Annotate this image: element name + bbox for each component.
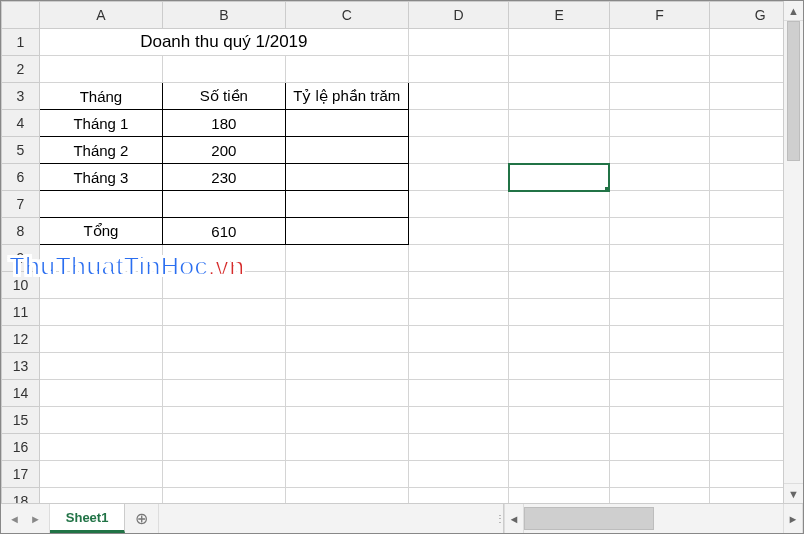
cell-E3[interactable] [509, 83, 610, 110]
cell-E8[interactable] [509, 218, 610, 245]
tab-nav-prev-icon[interactable]: ◄ [9, 513, 20, 525]
cell-D5[interactable] [408, 137, 509, 164]
cell-A4[interactable]: Tháng 1 [39, 110, 162, 137]
cell-A9[interactable] [39, 245, 162, 272]
cell-F13[interactable] [609, 353, 710, 380]
cell-F2[interactable] [609, 56, 710, 83]
cell-F12[interactable] [609, 326, 710, 353]
col-header-B[interactable]: B [162, 2, 285, 29]
row-header-7[interactable]: 7 [2, 191, 40, 218]
vertical-scrollbar[interactable]: ▲ ▼ [783, 1, 803, 503]
cell-D14[interactable] [408, 380, 509, 407]
cell-C9[interactable] [285, 245, 408, 272]
row-header-1[interactable]: 1 [2, 29, 40, 56]
cell-D12[interactable] [408, 326, 509, 353]
cell-F14[interactable] [609, 380, 710, 407]
row-header-17[interactable]: 17 [2, 461, 40, 488]
hscroll-thumb[interactable] [524, 507, 654, 530]
cell-A8[interactable]: Tổng [39, 218, 162, 245]
cell-B3[interactable]: Số tiền [162, 83, 285, 110]
cell-C2[interactable] [285, 56, 408, 83]
cell-A15[interactable] [39, 407, 162, 434]
cell-C8[interactable] [285, 218, 408, 245]
cell-C6[interactable] [285, 164, 408, 191]
cell-F4[interactable] [609, 110, 710, 137]
cell-C15[interactable] [285, 407, 408, 434]
cell-C11[interactable] [285, 299, 408, 326]
cell-C10[interactable] [285, 272, 408, 299]
cell-F18[interactable] [609, 488, 710, 504]
sheet-tab-active[interactable]: Sheet1 [50, 504, 126, 533]
cell-F11[interactable] [609, 299, 710, 326]
cell-B4[interactable]: 180 [162, 110, 285, 137]
cell-E5[interactable] [509, 137, 610, 164]
row-header-14[interactable]: 14 [2, 380, 40, 407]
worksheet-area[interactable]: A B C D E F G 1 Doanh thu quý 1/2019 2 3… [1, 1, 803, 503]
cell-E10[interactable] [509, 272, 610, 299]
cell-A6[interactable]: Tháng 3 [39, 164, 162, 191]
cell-D4[interactable] [408, 110, 509, 137]
cell-A2[interactable] [39, 56, 162, 83]
cell-C7[interactable] [285, 191, 408, 218]
row-header-16[interactable]: 16 [2, 434, 40, 461]
cell-B13[interactable] [162, 353, 285, 380]
cell-E6-selected[interactable] [509, 164, 610, 191]
cell-A12[interactable] [39, 326, 162, 353]
cell-F3[interactable] [609, 83, 710, 110]
cell-E11[interactable] [509, 299, 610, 326]
cell-F16[interactable] [609, 434, 710, 461]
cell-D6[interactable] [408, 164, 509, 191]
cell-C12[interactable] [285, 326, 408, 353]
cell-A7[interactable] [39, 191, 162, 218]
cell-C4[interactable] [285, 110, 408, 137]
cell-F7[interactable] [609, 191, 710, 218]
cell-F1[interactable] [609, 29, 710, 56]
scroll-down-button[interactable]: ▼ [784, 483, 803, 503]
cell-C5[interactable] [285, 137, 408, 164]
cell-B17[interactable] [162, 461, 285, 488]
row-header-10[interactable]: 10 [2, 272, 40, 299]
cell-D1[interactable] [408, 29, 509, 56]
cell-D15[interactable] [408, 407, 509, 434]
cell-E12[interactable] [509, 326, 610, 353]
cell-C13[interactable] [285, 353, 408, 380]
cell-A14[interactable] [39, 380, 162, 407]
row-header-11[interactable]: 11 [2, 299, 40, 326]
cell-B10[interactable] [162, 272, 285, 299]
cell-E7[interactable] [509, 191, 610, 218]
cell-A11[interactable] [39, 299, 162, 326]
cell-B8[interactable]: 610 [162, 218, 285, 245]
cell-C18[interactable] [285, 488, 408, 504]
scroll-left-button[interactable]: ◄ [504, 504, 524, 533]
vscroll-thumb[interactable] [787, 21, 800, 161]
cell-C16[interactable] [285, 434, 408, 461]
row-header-12[interactable]: 12 [2, 326, 40, 353]
cell-B16[interactable] [162, 434, 285, 461]
cell-F8[interactable] [609, 218, 710, 245]
vscroll-track[interactable] [784, 21, 803, 483]
cell-B9[interactable] [162, 245, 285, 272]
cell-D7[interactable] [408, 191, 509, 218]
col-header-C[interactable]: C [285, 2, 408, 29]
cell-C14[interactable] [285, 380, 408, 407]
cell-C3[interactable]: Tỷ lệ phần trăm [285, 83, 408, 110]
cell-F10[interactable] [609, 272, 710, 299]
row-header-4[interactable]: 4 [2, 110, 40, 137]
cell-D8[interactable] [408, 218, 509, 245]
cell-F5[interactable] [609, 137, 710, 164]
row-header-13[interactable]: 13 [2, 353, 40, 380]
cell-A18[interactable] [39, 488, 162, 504]
cell-D13[interactable] [408, 353, 509, 380]
cell-A5[interactable]: Tháng 2 [39, 137, 162, 164]
cell-E13[interactable] [509, 353, 610, 380]
cell-F15[interactable] [609, 407, 710, 434]
row-header-15[interactable]: 15 [2, 407, 40, 434]
scroll-up-button[interactable]: ▲ [784, 1, 803, 21]
row-header-9[interactable]: 9 [2, 245, 40, 272]
cell-D9[interactable] [408, 245, 509, 272]
row-header-5[interactable]: 5 [2, 137, 40, 164]
title-cell[interactable]: Doanh thu quý 1/2019 [39, 29, 408, 56]
cell-B2[interactable] [162, 56, 285, 83]
cell-B18[interactable] [162, 488, 285, 504]
cell-E2[interactable] [509, 56, 610, 83]
